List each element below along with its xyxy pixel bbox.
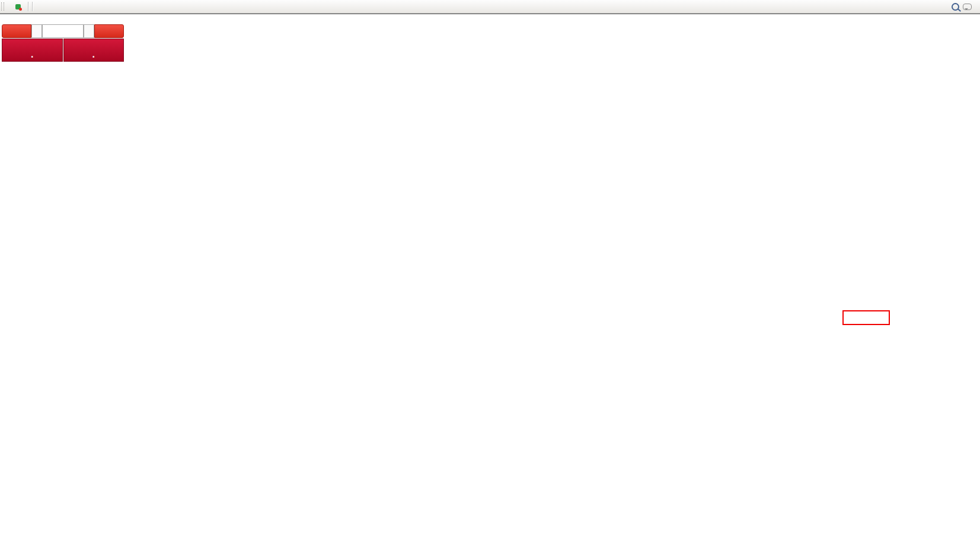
auto-trading-icon — [15, 4, 21, 9]
chat-icon[interactable] — [963, 1, 975, 12]
level-price-box[interactable] — [842, 310, 890, 325]
auto-trading-button[interactable] — [12, 1, 26, 12]
buy-button[interactable] — [94, 24, 124, 38]
volume-input[interactable] — [42, 24, 84, 38]
sell-button[interactable] — [2, 24, 31, 38]
search-icon[interactable] — [950, 1, 963, 12]
bid-price-panel[interactable]: . — [2, 39, 63, 62]
toolbar — [0, 0, 980, 14]
volume-decrease-button[interactable] — [31, 24, 42, 38]
one-click-trade-panel: . . — [2, 24, 124, 62]
new-order-button[interactable] — [7, 1, 12, 12]
ask-price-panel[interactable]: . — [63, 39, 125, 62]
toolbar-separator — [32, 2, 33, 11]
toolbar-grip[interactable] — [1, 2, 4, 11]
chart-header — [3, 15, 8, 23]
volume-increase-button[interactable] — [84, 24, 94, 38]
chart-canvas[interactable] — [0, 0, 980, 560]
toolbar-separator — [28, 2, 28, 11]
